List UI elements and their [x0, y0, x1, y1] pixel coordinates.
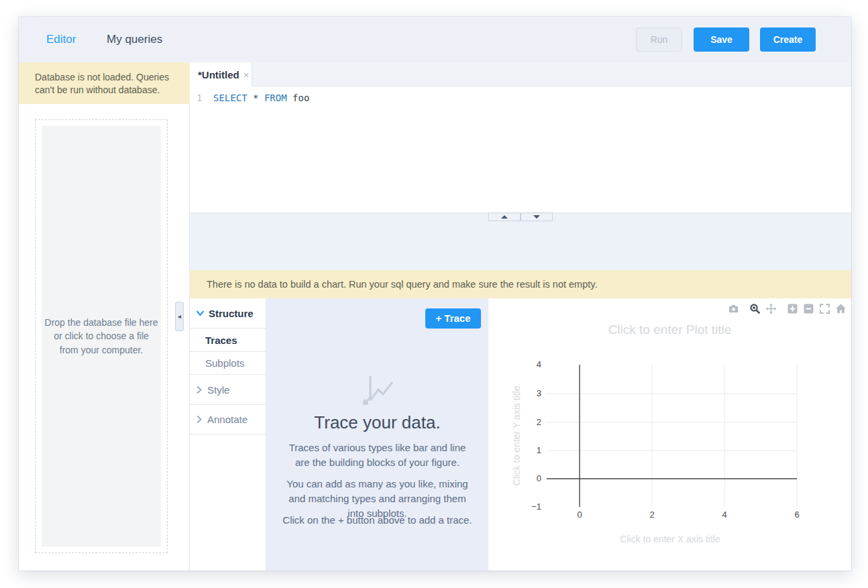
line-chart-icon	[361, 373, 394, 407]
nav-editor[interactable]: Editor	[46, 33, 76, 46]
main-area: *Untitled × 1 SELECT * FROM foo Table Ch…	[190, 62, 851, 571]
plot-preview: Click to enter Plot title 4 3 2 1 0 −1	[488, 298, 851, 571]
trace-paragraph-1: Traces of various types like bar and lin…	[281, 440, 474, 470]
x-tick: 6	[787, 510, 807, 520]
plot-grid	[488, 298, 851, 562]
add-trace-button[interactable]: + Trace	[425, 308, 481, 329]
y-tick: 3	[524, 388, 541, 398]
sql-star: *	[248, 93, 264, 103]
triangle-down-icon	[533, 215, 540, 219]
tab-close-icon[interactable]: ×	[243, 69, 250, 80]
nav-my-queries[interactable]: My queries	[107, 33, 162, 46]
sidebar-collapse-handle[interactable]: ◄	[175, 302, 184, 331]
header: Editor My queries Run Save Create	[19, 17, 851, 63]
sidebar-item-style[interactable]: Style	[190, 375, 266, 405]
sql-table-name: foo	[287, 93, 310, 103]
sidebar-item-traces[interactable]: Traces	[190, 329, 266, 352]
line-number: 1	[197, 93, 202, 103]
sql-keyword-select: SELECT	[213, 93, 248, 103]
x-axis-title-placeholder[interactable]: Click to enter X axis title	[569, 534, 771, 544]
y-tick: 0	[524, 473, 541, 483]
database-warning: Database is not loaded. Queries can't be…	[19, 62, 190, 104]
splitter-collapse-button[interactable]	[521, 213, 553, 221]
tab-title: *Untitled	[198, 69, 239, 80]
y-tick: 2	[524, 417, 541, 427]
tab-untitled[interactable]: *Untitled ×	[190, 62, 252, 87]
result-header: Table Chart	[190, 213, 851, 270]
annotate-label: Annotate	[207, 414, 248, 425]
sql-keyword-from: FROM	[264, 93, 287, 103]
traces-panel: + Trace Trace your data. Traces of vario…	[266, 298, 488, 571]
triangle-up-icon	[501, 215, 508, 219]
run-button[interactable]: Run	[636, 27, 682, 52]
y-tick: 4	[524, 359, 541, 369]
x-tick: 4	[714, 510, 735, 520]
chart-empty-warning: There is no data to build a chart. Run y…	[190, 270, 851, 298]
chart-editor: Structure Traces Subplots Style Annotate	[190, 298, 851, 571]
traces-label: Traces	[205, 335, 237, 346]
query-tabbar: *Untitled ×	[190, 62, 851, 86]
x-tick: 2	[642, 510, 662, 520]
y-axis-title-placeholder[interactable]: Click to enter Y axis title	[511, 355, 522, 516]
dropzone-text: Drop the database file here or click to …	[44, 316, 158, 357]
x-tick: 0	[569, 510, 590, 520]
trace-paragraph-3: Click on the + button above to add a tra…	[281, 513, 474, 528]
chevron-right-icon	[197, 386, 202, 394]
database-dropzone[interactable]: Drop the database file here or click to …	[35, 119, 168, 553]
sidebar-item-annotate[interactable]: Annotate	[190, 405, 266, 434]
y-tick: 1	[524, 445, 541, 455]
structure-section-header[interactable]: Structure	[190, 298, 266, 329]
app-window: Editor My queries Run Save Create Databa…	[19, 17, 851, 571]
sql-code-line[interactable]: SELECT * FROM foo	[213, 93, 309, 103]
chevron-right-icon	[197, 416, 202, 423]
chevron-left-icon: ◄	[177, 314, 182, 320]
splitter-expand-button[interactable]	[488, 213, 521, 221]
style-label: Style	[207, 384, 229, 396]
save-button[interactable]: Save	[694, 27, 749, 52]
chevron-down-icon	[197, 310, 204, 316]
y-tick: −1	[524, 502, 541, 512]
database-sidebar: Database is not loaded. Queries can't be…	[19, 62, 190, 571]
subplots-label: Subplots	[205, 357, 244, 369]
trace-headline: Trace your data.	[266, 412, 488, 433]
structure-label: Structure	[209, 308, 254, 319]
sidebar-item-subplots[interactable]: Subplots	[190, 352, 266, 375]
structure-sidebar: Structure Traces Subplots Style Annotate	[190, 298, 266, 571]
create-button[interactable]: Create	[760, 27, 816, 52]
sql-editor[interactable]: 1 SELECT * FROM foo	[190, 86, 851, 213]
